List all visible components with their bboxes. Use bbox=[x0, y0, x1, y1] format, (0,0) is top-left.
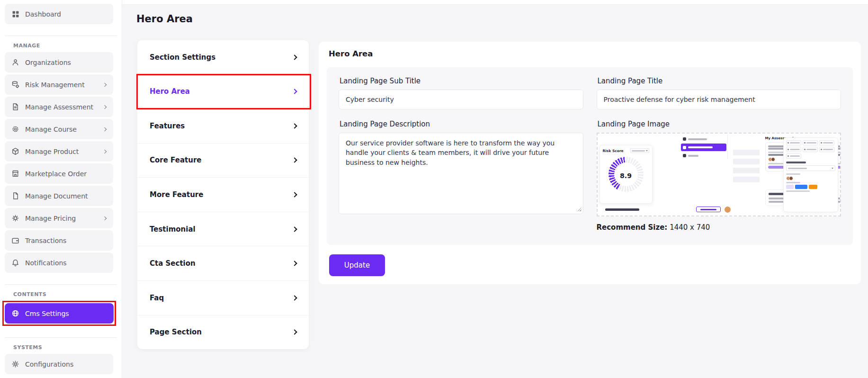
chevron-right-icon bbox=[292, 261, 297, 266]
page-title: Hero Area bbox=[136, 13, 193, 25]
divider bbox=[5, 36, 117, 36]
badge-blue bbox=[795, 185, 807, 189]
risk-score-gauge: ···· 8.9 bbox=[608, 157, 644, 192]
preview-filter-panel bbox=[783, 137, 838, 212]
section-nav-item-hero-area[interactable]: Hero Area bbox=[137, 75, 309, 109]
wallet-icon bbox=[11, 236, 19, 244]
risk-score-label: Risk Score bbox=[603, 149, 624, 153]
section-nav: Section SettingsHero AreaFeaturesCore Fe… bbox=[137, 40, 309, 349]
section-nav-item-testimonial[interactable]: Testimonial bbox=[137, 212, 309, 247]
form-area: Landing Page Sub Title Landing Page Desc… bbox=[327, 67, 853, 245]
sub-title-input[interactable] bbox=[339, 90, 583, 109]
section-nav-item-features[interactable]: Features bbox=[137, 109, 309, 144]
sidebar-item-label: Cms Settings bbox=[25, 310, 108, 317]
sidebar-item-manage-course[interactable]: Manage Course bbox=[5, 119, 113, 139]
preview-mini-sidebar bbox=[681, 136, 726, 160]
skeleton-rows bbox=[733, 150, 760, 186]
preview-readmore-button bbox=[696, 207, 721, 212]
sidebar-item-configurations[interactable]: Configurations bbox=[5, 354, 113, 374]
section-nav-item-faq[interactable]: Faq bbox=[137, 281, 309, 315]
description-label: Landing Page Description bbox=[340, 120, 583, 128]
sidebar-item-risk-management[interactable]: Risk Management bbox=[5, 74, 113, 95]
globe-icon bbox=[11, 309, 19, 317]
form-left-column: Landing Page Sub Title Landing Page Desc… bbox=[339, 77, 583, 232]
description-textarea-wrap: Our service provider software is here to… bbox=[339, 133, 583, 214]
sidebar-item-label: Manage Course bbox=[25, 126, 98, 133]
sidebar-item-transactions[interactable]: Transactions bbox=[5, 230, 113, 251]
title-input[interactable] bbox=[597, 90, 841, 109]
chevron-right-icon bbox=[103, 216, 107, 220]
section-nav-label: Features bbox=[150, 122, 185, 130]
chevron-right-icon bbox=[103, 82, 107, 86]
badge-high bbox=[786, 185, 794, 189]
chevron-right-icon bbox=[103, 149, 107, 153]
avatar bbox=[725, 207, 731, 213]
panel-heading: Hero Area bbox=[329, 49, 373, 58]
chevron-right-icon bbox=[292, 89, 297, 94]
sidebar-item-label: Marketplace Order bbox=[25, 170, 107, 178]
sidebar-item-label: Manage Pricing bbox=[25, 215, 98, 222]
top-strip bbox=[122, 0, 868, 5]
sidebar-item-label: Manage Product bbox=[25, 148, 98, 155]
chevron-right-icon bbox=[292, 226, 297, 232]
section-nav-label: More Feature bbox=[150, 190, 203, 199]
sidebar-item-manage-assessment[interactable]: Manage Assessment bbox=[5, 97, 113, 117]
main-content: Hero Area Section SettingsHero AreaFeatu… bbox=[122, 0, 868, 378]
risk-score-value: 8.9 bbox=[620, 172, 632, 180]
sidebar: Dashboard MANAGEOrganizationsRisk Manage… bbox=[0, 0, 122, 378]
divider bbox=[5, 337, 117, 338]
section-nav-item-section-settings[interactable]: Section Settings bbox=[137, 40, 309, 75]
sidebar-item-cms-settings[interactable]: Cms Settings bbox=[5, 303, 114, 324]
sidebar-item-notifications[interactable]: Notifications bbox=[5, 252, 113, 273]
document-icon bbox=[11, 192, 19, 200]
annotation-box: Cms Settings bbox=[2, 301, 116, 326]
sidebar-item-label: Manage Assessment bbox=[25, 103, 98, 111]
sidebar-item-manage-pricing[interactable]: Manage Pricing bbox=[5, 208, 113, 228]
preview-risk-score-card: Risk Score ···· 8.9 bbox=[600, 145, 653, 204]
gear-icon bbox=[11, 360, 19, 368]
sidebar-section-heading: SYSTEMS bbox=[13, 344, 122, 351]
chevron-right-icon bbox=[103, 127, 107, 131]
marketplace-icon bbox=[11, 170, 19, 178]
sidebar-item-label: Manage Document bbox=[25, 192, 107, 200]
preview-dropdown bbox=[630, 148, 649, 153]
section-nav-item-core-feature[interactable]: Core Feature bbox=[137, 144, 309, 178]
section-nav-label: Testimonial bbox=[150, 225, 196, 234]
preview-footer-strip bbox=[600, 206, 757, 213]
bell-icon bbox=[11, 259, 19, 267]
divider bbox=[5, 284, 117, 285]
sidebar-item-manage-product[interactable]: Manage Product bbox=[5, 141, 113, 162]
landing-page-image-preview[interactable]: Risk Score ···· 8.9 bbox=[597, 133, 841, 216]
product-icon bbox=[11, 147, 19, 155]
sidebar-item-dashboard[interactable]: Dashboard bbox=[5, 4, 113, 24]
recommend-size: Recommend Size: 1440 x 740 bbox=[597, 223, 841, 232]
section-nav-label: Cta Section bbox=[150, 259, 196, 268]
section-nav-label: Hero Area bbox=[150, 87, 190, 96]
section-nav-item-page-section[interactable]: Page Section bbox=[137, 315, 309, 350]
assessment-icon bbox=[11, 103, 19, 111]
section-nav-item-more-feature[interactable]: More Feature bbox=[137, 178, 309, 212]
sidebar-item-label: Risk Management bbox=[25, 81, 98, 89]
section-nav-label: Faq bbox=[150, 294, 164, 302]
sidebar-item-marketplace-order[interactable]: Marketplace Order bbox=[5, 163, 113, 184]
title-label: Landing Page Title bbox=[598, 77, 841, 85]
chevron-right-icon bbox=[292, 295, 297, 300]
chevron-right-icon bbox=[103, 105, 107, 108]
sidebar-item-label: Notifications bbox=[25, 259, 107, 267]
sidebar-item-label: Dashboard bbox=[25, 10, 107, 18]
sidebar-item-organizations[interactable]: Organizations bbox=[5, 52, 113, 72]
description-textarea[interactable]: Our service provider software is here to… bbox=[339, 133, 583, 214]
section-nav-item-cta-section[interactable]: Cta Section bbox=[137, 246, 309, 281]
sidebar-item-label: Organizations bbox=[25, 59, 107, 66]
sidebar-item-label: Configurations bbox=[25, 360, 107, 368]
sub-title-label: Landing Page Sub Title bbox=[340, 77, 583, 85]
section-nav-label: Page Section bbox=[150, 328, 202, 336]
sidebar-section-heading: CONTENTS bbox=[13, 291, 122, 297]
sidebar-item-manage-document[interactable]: Manage Document bbox=[5, 186, 113, 206]
dashboard-icon bbox=[11, 10, 19, 18]
hero-area-panel: Hero Area Landing Page Sub Title Landing… bbox=[319, 42, 861, 284]
form-right-column: Landing Page Title Landing Page Image bbox=[597, 77, 841, 232]
update-button[interactable]: Update bbox=[329, 254, 385, 276]
chevron-right-icon bbox=[292, 54, 297, 60]
chevron-right-icon bbox=[292, 330, 297, 335]
